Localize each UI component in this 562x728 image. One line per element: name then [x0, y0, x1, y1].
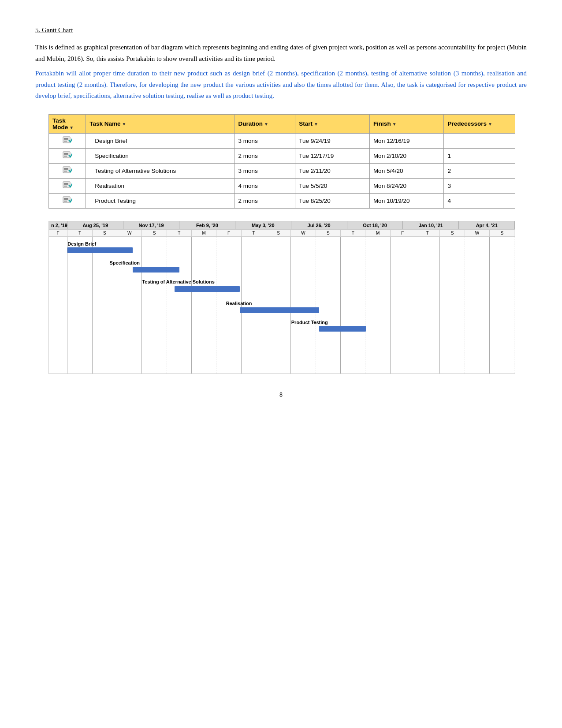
table-row: Realisation4 monsTue 5/5/20Mon 8/24/203 — [49, 178, 515, 193]
task-duration-cell: 2 mons — [234, 193, 295, 208]
gantt-grid-col — [192, 237, 216, 373]
task-name-cell: Design Brief — [86, 133, 234, 148]
gantt-chart-body: Design BriefSpecificationTesting of Alte… — [49, 237, 515, 373]
gantt-subheader-row: FTSWSTMFTSWSTMFTSWS — [49, 230, 515, 237]
gantt-grid-col — [142, 237, 167, 373]
task-mode-icon — [49, 133, 86, 148]
gantt-grid-col — [167, 237, 192, 373]
task-start-cell: Tue 12/17/19 — [295, 148, 370, 163]
gantt-grid-col — [490, 237, 514, 373]
task-predecessors-cell: 4 — [444, 193, 515, 208]
task-duration-cell: 3 mons — [234, 133, 295, 148]
task-name-cell: Testing of Alternative Solutions — [86, 163, 234, 178]
gantt-day-header: F — [216, 230, 241, 236]
page-number: 8 — [35, 392, 527, 399]
svg-rect-15 — [64, 186, 67, 187]
gantt-table-section: Task Mode▼ Task Name▼ Duration▼ Start▼ F… — [35, 114, 527, 209]
task-predecessors-cell: 3 — [444, 178, 515, 193]
col-header-predecessors: Predecessors▼ — [444, 114, 515, 133]
gantt-grid-col — [365, 237, 390, 373]
gantt-grid-col — [415, 237, 440, 373]
gantt-period-header: Apr 4, '21 — [459, 221, 515, 229]
task-duration-cell: 3 mons — [234, 163, 295, 178]
task-finish-cell: Mon 2/10/20 — [369, 148, 444, 163]
gantt-grid-col — [49, 237, 67, 373]
col-header-duration: Duration▼ — [234, 114, 295, 133]
task-start-cell: Tue 8/25/20 — [295, 193, 370, 208]
task-mode-icon — [49, 178, 86, 193]
gantt-bar-label: Specification — [109, 260, 139, 265]
task-start-cell: Tue 9/24/19 — [295, 133, 370, 148]
svg-rect-3 — [64, 141, 67, 142]
gantt-period-header: Jul 26, '20 — [291, 221, 347, 229]
task-icon — [63, 136, 72, 145]
gantt-day-header: S — [316, 230, 341, 236]
task-icon — [63, 166, 72, 175]
gantt-day-header: W — [465, 230, 490, 236]
svg-rect-18 — [64, 199, 68, 200]
gantt-bar-label: Design Brief — [67, 241, 96, 246]
table-row: Specification2 monsTue 12/17/19Mon 2/10/… — [49, 148, 515, 163]
task-icon — [63, 196, 72, 205]
gantt-period-header: Oct 18, '20 — [347, 221, 403, 229]
gantt-grid-col — [93, 237, 117, 373]
col-header-task-name: Task Name▼ — [86, 114, 234, 133]
gantt-day-header: T — [415, 230, 440, 236]
gantt-day-header: S — [266, 230, 291, 236]
col-header-start: Start▼ — [295, 114, 370, 133]
gantt-day-header: T — [242, 230, 266, 236]
gantt-grid-col — [291, 237, 316, 373]
gantt-grid — [49, 237, 515, 373]
gantt-bar-label: Testing of Alternative Solutions — [142, 279, 214, 284]
gantt-period-header: Feb 9, '20 — [179, 221, 235, 229]
gantt-period-header: n 2, '19 — [49, 221, 67, 229]
gantt-bar — [133, 267, 179, 273]
task-finish-cell: Mon 5/4/20 — [369, 163, 444, 178]
gantt-chart-wrapper: n 2, '19Aug 25, '19Nov 17, '19Feb 9, '20… — [48, 221, 515, 374]
task-predecessors-cell: 2 — [444, 163, 515, 178]
task-icon — [63, 151, 72, 160]
task-mode-icon — [49, 148, 86, 163]
col-header-finish: Finish▼ — [369, 114, 444, 133]
gantt-bar — [175, 286, 240, 292]
gantt-period-header: Aug 25, '19 — [67, 221, 123, 229]
svg-rect-19 — [64, 201, 67, 202]
table-row: Testing of Alternative Solutions3 monsTu… — [49, 163, 515, 178]
gantt-day-header: T — [67, 230, 92, 236]
gantt-bar-label: Realisation — [226, 301, 252, 306]
gantt-day-header: F — [391, 230, 415, 236]
svg-rect-7 — [64, 156, 67, 157]
task-finish-cell: Mon 10/19/20 — [369, 193, 444, 208]
table-row: Product Testing2 monsTue 8/25/20Mon 10/1… — [49, 193, 515, 208]
svg-rect-10 — [64, 169, 68, 170]
gantt-period-header: May 3, '20 — [235, 221, 291, 229]
task-finish-cell: Mon 12/16/19 — [369, 133, 444, 148]
section-title: 5. Gantt Chart — [35, 26, 527, 34]
task-predecessors-cell: 1 — [444, 148, 515, 163]
table-row: Design Brief3 monsTue 9/24/19Mon 12/16/1… — [49, 133, 515, 148]
svg-rect-6 — [64, 154, 68, 155]
intro-paragraph-blue: Portakabin will allot proper time durati… — [35, 68, 527, 102]
task-duration-cell: 2 mons — [234, 148, 295, 163]
gantt-grid-col — [117, 237, 142, 373]
task-start-cell: Tue 2/11/20 — [295, 163, 370, 178]
task-name-cell: Specification — [86, 148, 234, 163]
gantt-header-row: n 2, '19Aug 25, '19Nov 17, '19Feb 9, '20… — [49, 221, 515, 230]
task-name-cell: Realisation — [86, 178, 234, 193]
gantt-day-header: S — [490, 230, 514, 236]
gantt-day-header: T — [341, 230, 365, 236]
task-mode-icon — [49, 193, 86, 208]
svg-rect-11 — [64, 171, 67, 172]
gantt-day-header: W — [117, 230, 142, 236]
col-header-task-mode: Task Mode▼ — [49, 114, 86, 133]
gantt-grid-col — [67, 237, 92, 373]
task-icon — [63, 181, 72, 190]
gantt-bar — [240, 307, 319, 313]
gantt-grid-col — [316, 237, 341, 373]
gantt-chart-section: n 2, '19Aug 25, '19Nov 17, '19Feb 9, '20… — [35, 221, 527, 374]
gantt-grid-col — [440, 237, 465, 373]
gantt-period-header: Nov 17, '19 — [123, 221, 179, 229]
gantt-day-header: M — [365, 230, 390, 236]
gantt-day-header: S — [142, 230, 167, 236]
svg-rect-17 — [64, 198, 68, 199]
